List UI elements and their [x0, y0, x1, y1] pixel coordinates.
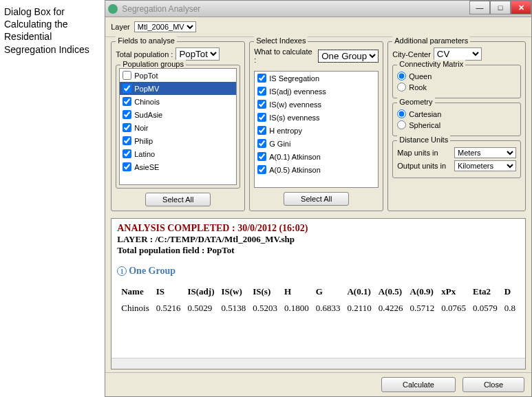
- table-row: Chinois0.52160.50290.51380.52030.18000.6…: [118, 300, 518, 316]
- layer-row: Layer Mtl_2006_MV: [105, 17, 531, 37]
- spherical-radio[interactable]: [397, 120, 406, 129]
- close-button[interactable]: Close: [462, 377, 524, 392]
- checkbox[interactable]: [123, 123, 131, 132]
- checkbox[interactable]: [257, 100, 266, 109]
- results-table: NameISIS(adj)IS(w)IS(s)HGA(0.1)A(0.5)A(0…: [117, 283, 520, 318]
- select-all-fields-button[interactable]: Select All: [145, 193, 211, 206]
- side-description: Dialog Box for Calculating the Residenti…: [0, 0, 105, 397]
- output-units-select[interactable]: Kilometers: [454, 160, 516, 171]
- list-item[interactable]: Latino: [120, 147, 236, 160]
- checkbox[interactable]: [123, 71, 131, 80]
- checkbox[interactable]: [257, 113, 266, 122]
- connectivity-panel: Connectivity Matrix Queen Rook: [392, 65, 521, 98]
- checkbox[interactable]: [123, 84, 131, 93]
- list-item[interactable]: A(0.1) Atkinson: [255, 150, 378, 163]
- map-units-select[interactable]: Meters: [454, 147, 516, 158]
- checkbox[interactable]: [257, 139, 266, 148]
- close-window-button[interactable]: ✕: [511, 1, 531, 14]
- distance-units-legend: Distance Units: [397, 136, 450, 144]
- result-layer-line: LAYER : /C:/TEMP/DATA/Mtl_2006_MV.shp: [117, 234, 520, 245]
- groups-listbox[interactable]: PopTot PopMV Chinois SudAsie Noir Philip…: [119, 68, 237, 185]
- checkbox[interactable]: [123, 136, 131, 145]
- list-item[interactable]: Chinois: [120, 95, 236, 108]
- titlebar: Segregation Analyser — □ ✕: [105, 1, 531, 17]
- totalpop-select[interactable]: PopTot: [175, 47, 220, 61]
- params-panel: Additional parameters City-Center CV Con…: [387, 41, 526, 211]
- list-item[interactable]: SudAsie: [120, 108, 236, 121]
- totalpop-label: Total population :: [116, 50, 173, 58]
- params-legend: Additional parameters: [392, 36, 470, 45]
- list-item[interactable]: AsieSE: [120, 160, 236, 173]
- list-item[interactable]: H entropy: [255, 124, 378, 137]
- calculate-button[interactable]: Calculate: [381, 377, 456, 392]
- select-all-indexes-button[interactable]: Select All: [284, 192, 349, 206]
- checkbox[interactable]: [123, 162, 131, 171]
- checkbox[interactable]: [257, 74, 266, 83]
- distance-units-panel: Distance Units Map units inMeters Output…: [392, 140, 521, 178]
- groups-panel: Population groups PopTot PopMV Chinois S…: [116, 65, 240, 189]
- calc-select[interactable]: One Group: [318, 50, 379, 63]
- analysis-completed: ANALYSIS COMPLETED : 30/0/2012 (16:02): [117, 223, 520, 234]
- calc-label: What to calculate :: [254, 47, 315, 64]
- geometry-legend: Geometry: [397, 98, 434, 106]
- rook-radio[interactable]: [397, 83, 406, 92]
- map-units-label: Map units in: [397, 149, 438, 157]
- list-item[interactable]: Noir: [120, 121, 236, 134]
- list-item[interactable]: IS(adj) evenness: [255, 85, 378, 98]
- table-header-row: NameISIS(adj)IS(w)IS(s)HGA(0.1)A(0.5)A(0…: [118, 285, 518, 299]
- geometry-panel: Geometry Cartesian Spherical: [392, 103, 521, 136]
- minimize-button[interactable]: —: [469, 1, 490, 14]
- queen-radio[interactable]: [397, 72, 406, 81]
- window-title: Segregation Analyser: [122, 4, 200, 14]
- output-units-label: Output units in: [397, 162, 446, 170]
- checkbox[interactable]: [257, 126, 266, 135]
- list-item[interactable]: A(0.5) Atkinson: [255, 163, 378, 176]
- checkbox[interactable]: [123, 110, 131, 119]
- fields-legend: Fields to analyse: [116, 36, 177, 45]
- results-panel: ANALYSIS COMPLETED : 30/0/2012 (16:02) L…: [111, 218, 526, 369]
- maximize-button[interactable]: □: [490, 1, 511, 14]
- citycenter-select[interactable]: CV: [434, 47, 482, 61]
- list-item[interactable]: IS Segregation: [255, 72, 378, 85]
- indexes-listbox[interactable]: IS Segregation IS(adj) evenness IS(w) ev…: [254, 71, 379, 188]
- list-item[interactable]: PopTot: [120, 69, 236, 82]
- groups-legend: Population groups: [120, 60, 186, 68]
- list-item[interactable]: IS(s) evenness: [255, 111, 378, 124]
- indexes-legend: Select Indexes: [254, 36, 308, 45]
- result-totalpop-line: Total population field : PopTot: [117, 245, 520, 256]
- checkbox[interactable]: [123, 97, 131, 106]
- result-section-header: 1One Group: [117, 266, 520, 277]
- dialog-window: Segregation Analyser — □ ✕ Layer Mtl_200…: [105, 0, 532, 397]
- checkbox[interactable]: [257, 165, 266, 174]
- connectivity-legend: Connectivity Matrix: [397, 60, 465, 68]
- list-item[interactable]: PopMV: [120, 82, 236, 95]
- list-item[interactable]: G Gini: [255, 137, 378, 150]
- citycenter-label: City-Center: [392, 50, 431, 58]
- layer-select[interactable]: Mtl_2006_MV: [134, 21, 196, 32]
- indexes-panel: Select Indexes What to calculate : One G…: [249, 41, 383, 211]
- layer-label: Layer: [111, 23, 130, 31]
- list-item[interactable]: Philip: [120, 134, 236, 147]
- cartesian-radio[interactable]: [397, 109, 406, 118]
- horizontal-scrollbar[interactable]: [111, 358, 525, 369]
- footer: Calculate Close: [105, 372, 531, 396]
- list-item[interactable]: IS(w) evenness: [255, 98, 378, 111]
- checkbox[interactable]: [123, 149, 131, 158]
- app-icon: [108, 4, 118, 14]
- checkbox[interactable]: [257, 152, 266, 161]
- checkbox[interactable]: [257, 87, 266, 96]
- fields-panel: Fields to analyse Total population : Pop…: [111, 41, 245, 211]
